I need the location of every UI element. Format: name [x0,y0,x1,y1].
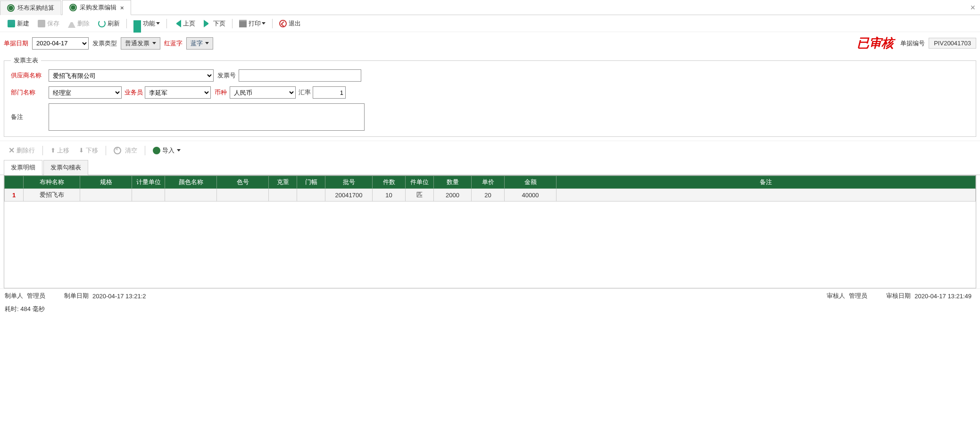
cell[interactable]: 20041700 [325,189,373,202]
arrow-up-icon: ⬆ [50,147,56,154]
refresh-icon [98,20,106,27]
page-tabs: 坯布采购结算 采购发票编辑 × × [0,0,980,15]
delete-icon [68,20,75,28]
doc-date-select[interactable]: 2020-04-17 [32,37,89,50]
col-header[interactable]: 备注 [556,176,976,189]
func-button[interactable]: 功能 [130,17,164,30]
audit-date-value: 2020-04-17 13:21:49 [914,293,972,300]
cell[interactable]: 匹 [406,189,434,202]
detail-subtabs: 发票明细 发票勾稽表 [0,160,980,175]
col-header[interactable]: 件单位 [406,176,434,189]
subtab-check[interactable]: 发票勾稽表 [43,160,88,175]
make-date-value: 2020-04-17 13:21:2 [92,293,146,300]
clear-button[interactable]: 清空 [110,144,141,157]
status-bar: 耗时: 484 毫秒 [0,303,980,315]
cell[interactable] [165,189,217,202]
col-header[interactable]: 件数 [373,176,406,189]
triangle-right-icon [204,20,211,27]
currency-select[interactable]: 人民币 [230,86,296,99]
delete-row-button[interactable]: ✕ 删除行 [5,144,39,157]
move-down-button[interactable]: ⬇ 下移 [75,144,102,157]
footer-bar: 制单人 管理员 制单日期 2020-04-17 13:21:2 审核人 管理员 … [0,288,980,303]
col-header[interactable]: 批号 [325,176,373,189]
chevron-down-icon [156,22,160,25]
col-header[interactable]: 布种名称 [24,176,80,189]
cell[interactable] [556,189,976,202]
cell[interactable]: 20 [472,189,505,202]
import-button[interactable]: 导入 [149,144,185,157]
cell[interactable] [297,189,325,202]
col-header[interactable]: 计量单位 [132,176,165,189]
invoice-master-fieldset: 发票主表 供应商名称 爱招飞有限公司 发票号 部门名称 经理室 业务员 李延军 … [4,56,976,137]
save-button[interactable]: 保存 [34,17,63,30]
tab-settlement[interactable]: 坯布采购结算 [0,0,61,15]
separator [272,19,273,28]
audit-stamp: 已审核 [857,35,894,51]
close-all-icon[interactable]: × [970,3,975,13]
auditor-label: 审核人 [827,292,845,300]
col-header[interactable]: 门幅 [297,176,325,189]
rate-input[interactable] [313,86,346,99]
clear-icon [114,147,121,154]
col-header[interactable]: 颜色名称 [165,176,217,189]
list-icon [133,20,141,28]
cell[interactable] [269,189,297,202]
move-up-button[interactable]: ⬆ 上移 [47,144,74,157]
auditor-value: 管理员 [849,292,867,300]
tab-invoice-edit[interactable]: 采购发票编辑 × [62,0,131,15]
row-number: 1 [5,189,24,202]
close-icon[interactable]: × [120,4,124,11]
remark-input[interactable] [49,103,365,131]
detail-grid: 布种名称 规格 计量单位 颜色名称 色号 克重 门幅 批号 件数 件单位 数量 … [4,176,976,202]
table-row[interactable]: 1 爱招飞布 20041700 10 匹 2000 20 40000 [5,189,976,202]
next-button[interactable]: 下页 [200,17,229,30]
new-icon [8,20,15,27]
separator [42,146,43,155]
cell[interactable] [217,189,269,202]
delete-button[interactable]: 删除 [64,17,93,30]
redblue-select[interactable]: 蓝字 [186,37,214,50]
sales-select[interactable]: 李延军 [145,86,211,99]
arrow-down-icon: ⬇ [79,147,84,154]
subtab-detail[interactable]: 发票明细 [4,160,42,175]
grid-header-row: 布种名称 规格 计量单位 颜色名称 色号 克重 门幅 批号 件数 件单位 数量 … [5,176,976,189]
separator [126,19,127,28]
exit-button[interactable]: 退出 [275,17,305,30]
col-header[interactable]: 数量 [434,176,472,189]
doc-no-value: PIV20041703 [929,38,976,49]
sales-label: 业务员 [125,88,143,97]
col-header[interactable]: 克重 [269,176,297,189]
tab-label: 采购发票编辑 [80,3,116,12]
supplier-select[interactable]: 爱招飞有限公司 [49,69,214,82]
col-header[interactable]: 金额 [505,176,556,189]
col-header[interactable]: 规格 [80,176,132,189]
cell[interactable]: 40000 [505,189,556,202]
invoice-type-select[interactable]: 普通发票 [121,37,160,50]
globe-icon [69,4,77,11]
chevron-down-icon [205,42,209,44]
cell[interactable]: 爱招飞布 [24,189,80,202]
separator [145,146,145,155]
dept-label: 部门名称 [11,88,49,97]
rate-label: 汇率 [299,88,311,97]
cell[interactable] [80,189,132,202]
col-header[interactable]: 单价 [472,176,505,189]
chevron-down-icon [152,42,156,44]
new-button[interactable]: 新建 [4,17,33,30]
redblue-label: 红蓝字 [164,39,183,48]
invoice-type-label: 发票类型 [92,39,117,48]
prev-button[interactable]: 上页 [170,17,199,30]
cell[interactable] [132,189,165,202]
detail-grid-wrap[interactable]: 布种名称 规格 计量单位 颜色名称 色号 克重 门幅 批号 件数 件单位 数量 … [4,175,976,288]
doc-no-label: 单据编号 [900,39,925,48]
dept-select[interactable]: 经理室 [49,86,122,99]
chevron-down-icon [262,22,266,25]
col-header[interactable]: 色号 [217,176,269,189]
cell[interactable]: 10 [373,189,406,202]
cell[interactable]: 2000 [434,189,472,202]
separator [166,19,167,28]
chevron-down-icon [177,149,181,151]
invoice-no-input[interactable] [239,69,361,82]
refresh-button[interactable]: 刷新 [94,17,124,30]
print-button[interactable]: 打印 [235,17,269,30]
